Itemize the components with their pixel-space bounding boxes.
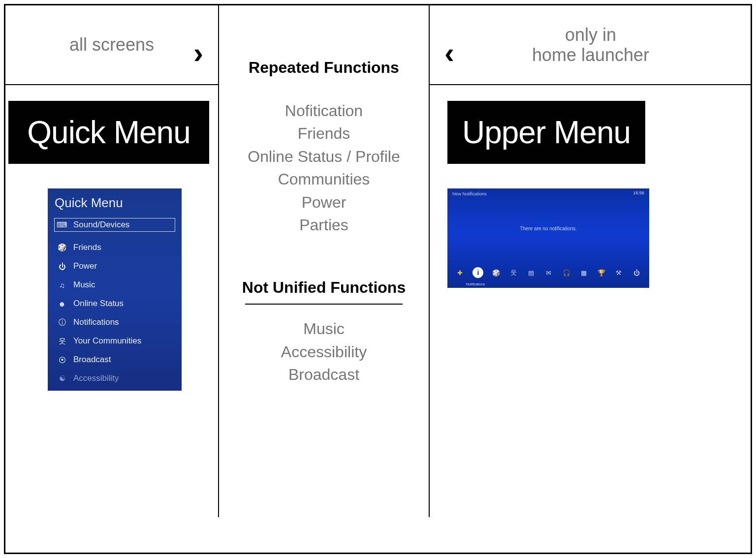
quick-menu-item[interactable]: ♫Music [48, 276, 182, 294]
messages-icon[interactable]: ✉ [544, 268, 554, 278]
quick-menu-item[interactable]: ⓘNotifications [48, 313, 182, 332]
not-unified-list: MusicAccessibilityBroadcast [219, 317, 429, 386]
community-icon[interactable]: 웃 [509, 268, 519, 278]
power-icon[interactable]: ⏻ [631, 268, 641, 278]
list-item: Nofitication [219, 99, 429, 122]
quick-menu-item-label: Accessibility [73, 373, 119, 383]
upper-menu-icon-row: ✚i🎲웃▤✉🎧▦🏆⚒⏻ [447, 267, 649, 278]
profile-icon[interactable]: ▦ [579, 268, 589, 278]
left-scope-label: all screens [69, 34, 154, 55]
quick-menu-item[interactable]: ⌨Sound/Devices [52, 216, 178, 234]
quick-menu-item[interactable]: ☯Accessibility [48, 369, 182, 388]
broadcast-icon: ⦿ [57, 354, 67, 365]
divider [245, 304, 403, 305]
quick-menu-item-label: Broadcast [73, 355, 111, 365]
friends-icon[interactable]: 🎲 [491, 268, 501, 278]
quick-menu-list: ⌨Sound/Devices🎲Friends⏻Power♫Music☻Onlin… [48, 216, 182, 388]
music-icon: ♫ [57, 279, 67, 290]
upper-menu-header: New Notifications [452, 191, 487, 196]
quick-menu-item-label: Your Communities [73, 336, 141, 346]
list-item: Communities [219, 168, 429, 190]
quick-menu-item-label: Friends [73, 243, 101, 252]
quick-menu-item-label: Notifications [73, 317, 119, 327]
center-column: Repeated Functions NofiticationFriendsOn… [218, 5, 430, 517]
chevron-left-icon: ‹ [444, 36, 454, 70]
right-scope-label: only in home launcher [532, 25, 649, 65]
quick-menu-title: Quick Menu [8, 101, 209, 164]
upper-menu-screenshot: New Notifications 16:56 There are no not… [447, 188, 649, 288]
quick-menu-item[interactable]: 🎲Friends [48, 238, 182, 257]
list-item: Power [219, 191, 429, 214]
quick-menu-item-label: Power [73, 261, 97, 271]
friends-icon: 🎲 [57, 242, 67, 253]
status-icon: ☻ [57, 298, 67, 309]
settings-icon[interactable]: ⚒ [614, 268, 624, 278]
diagram-frame: all screens › Quick Menu Quick Menu ⌨Sou… [4, 4, 752, 554]
power-icon: ⏻ [57, 261, 67, 272]
quick-menu-item[interactable]: ⦿Broadcast [48, 350, 182, 369]
chevron-right-icon: › [193, 36, 203, 70]
community-icon: 웃 [57, 336, 67, 346]
access-icon: ☯ [57, 373, 67, 384]
upper-menu-title: Upper Menu [447, 101, 645, 164]
notify-icon: ⓘ [57, 317, 67, 328]
repeated-functions-list: NofiticationFriendsOnline Status / Profi… [219, 99, 429, 236]
quick-menu-heading: Quick Menu [48, 195, 182, 216]
quick-menu-item-label: Music [73, 280, 95, 290]
list-item: Parties [219, 214, 429, 236]
upper-menu-clock: 16:56 [633, 190, 644, 195]
quick-menu-item[interactable]: ☻Online Status [48, 294, 182, 313]
list-item: Accessibility [219, 341, 429, 363]
quick-menu-screenshot: Quick Menu ⌨Sound/Devices🎲Friends⏻Power♫… [48, 188, 182, 391]
list-item: Friends [219, 122, 429, 145]
notify-icon[interactable]: i [472, 267, 483, 278]
events-icon[interactable]: ▤ [526, 268, 536, 278]
repeated-functions-heading: Repeated Functions [219, 5, 429, 77]
keyboard-icon: ⌨ [57, 219, 67, 230]
right-column: ‹ only in home launcher Upper Menu New N… [430, 5, 752, 288]
list-item: Broadcast [219, 363, 429, 386]
quick-menu-item[interactable]: 웃Your Communities [48, 332, 182, 350]
trophy-icon[interactable]: 🏆 [597, 268, 606, 278]
psplus-icon[interactable]: ✚ [455, 268, 465, 278]
upper-menu-message: There are no notifications. [447, 226, 649, 231]
not-unified-heading: Not Unified Functions [219, 279, 429, 297]
list-item: Online Status / Profile [219, 145, 429, 168]
quick-menu-item-label: Sound/Devices [73, 220, 129, 230]
left-column: all screens › Quick Menu Quick Menu ⌨Sou… [5, 5, 218, 391]
party-icon[interactable]: 🎧 [562, 268, 571, 278]
upper-menu-selected-label: Notifications [466, 282, 485, 286]
list-item: Music [219, 317, 429, 340]
quick-menu-item-label: Online Status [73, 299, 124, 309]
quick-menu-item[interactable]: ⏻Power [48, 257, 182, 276]
